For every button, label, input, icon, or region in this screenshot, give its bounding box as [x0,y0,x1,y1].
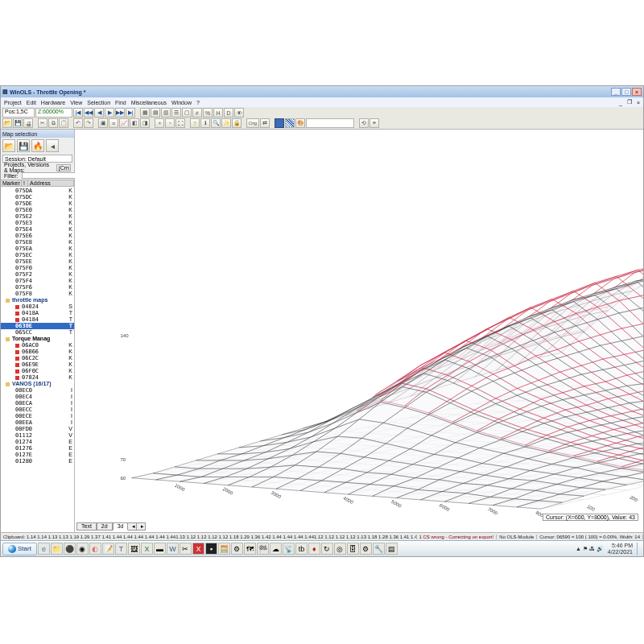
tb-wrench-icon[interactable]: 🔧 [373,543,385,555]
start-button[interactable]: Start [2,543,37,555]
tb-loop-icon[interactable]: ↻ [321,543,333,555]
tab-3d[interactable]: 3d [113,522,129,530]
paste-icon[interactable]: 📋 [59,118,68,128]
tree-item[interactable]: 00EEAI [1,419,74,426]
tb-db-icon[interactable]: 🗄 [347,543,359,555]
tree-item[interactable]: 075ECK [1,252,74,258]
tb-excel-icon[interactable]: X [141,543,153,555]
graph-icon[interactable]: 📈 [119,118,129,128]
tb-app1-icon[interactable]: ⚫ [64,543,76,555]
tab-scroll-left-icon[interactable]: ◂ [128,522,137,530]
zoom-field[interactable]: Z:60000% [35,108,72,118]
sb-expand-icon[interactable]: ◂ [46,139,59,152]
redo-icon[interactable]: ↷ [84,118,93,128]
block-pattern-icon[interactable] [285,118,295,128]
tree-item[interactable]: 04024S [1,303,74,310]
color-icon[interactable]: 🎨 [295,118,305,128]
tb-winols-icon[interactable]: ▤ [386,543,398,555]
menu-selection[interactable]: Selection [87,100,110,105]
tree-item[interactable]: 075F2K [1,271,74,278]
cube-icon[interactable]: ◧ [130,118,139,128]
print-icon[interactable]: 🖨 [23,118,33,128]
tb-red-icon[interactable]: ♦ [308,543,320,555]
tb-chrome-icon[interactable]: ◉ [76,543,89,555]
sb-save-icon[interactable]: 💾 [17,139,30,152]
menu-misc[interactable]: Miscellaneous [131,100,167,105]
tb-radar-icon[interactable]: 📡 [283,543,295,555]
tree-item[interactable]: 075F0K [1,265,74,271]
tree-item[interactable]: 06C2CK [1,355,74,361]
tree-item[interactable]: 06AC0K [1,342,74,349]
minimize-button[interactable]: _ [611,88,621,96]
tab-text[interactable]: Text [76,522,97,530]
tab-2d[interactable]: 2d [97,522,113,530]
menu-hardware[interactable]: Hardware [41,100,65,105]
tree-item[interactable]: 04184T [1,316,74,323]
tb-xapp-icon[interactable]: X [192,543,204,555]
grid-icon[interactable]: ▦ [140,108,150,118]
tb-ie-icon[interactable]: e [38,543,50,555]
show-desktop-button[interactable] [637,543,642,555]
tree-item[interactable]: 075E4K [1,226,74,233]
tree-item[interactable]: 01276E [1,445,74,452]
tray-flag-icon[interactable]: ⚑ [583,546,588,552]
tb-media-icon[interactable]: ◐ [89,543,101,555]
sync-icon[interactable]: ⟲ [359,118,369,128]
tree-group[interactable]: VANOS (16/17) [1,381,74,387]
columns-icon[interactable]: ▥ [161,108,171,118]
tb-word-icon[interactable]: W [167,543,179,555]
tb-calc-icon[interactable]: 🧮 [218,543,230,555]
clock[interactable]: 5:46 PM4/22/2021 [605,543,635,555]
menu-view[interactable]: View [70,100,82,105]
maximize-button[interactable]: □ [621,88,631,96]
lock-icon[interactable]: 🔒 [232,118,242,128]
tree-item[interactable]: 00FD0V [1,426,74,432]
nav-first-icon[interactable]: |◀ [73,108,83,118]
tree-item[interactable]: 075F4K [1,278,74,284]
link-icon[interactable]: ⚭ [369,118,379,128]
value-field[interactable] [306,118,354,128]
tray-vol-icon[interactable]: 🔊 [597,546,604,552]
tree-item[interactable]: 00ECEI [1,413,74,419]
tree-item[interactable]: 075DEK [1,200,74,207]
menu-project[interactable]: Project [4,100,22,105]
tree-item[interactable]: 0630ET [1,323,74,329]
tb-util-icon[interactable]: ⚙ [231,543,243,555]
dec-icon[interactable]: D [224,108,233,118]
undo-icon[interactable]: ↶ [73,118,83,128]
tab-scroll-right-icon[interactable]: ▸ [137,522,146,530]
tree-item[interactable]: 075DAK [1,188,74,194]
menu-find[interactable]: Find [115,100,126,105]
tree-item[interactable]: 07024K [1,374,74,381]
doc-close[interactable]: × [637,100,640,105]
hex-icon[interactable]: H [213,108,223,118]
nav-next-fast-icon[interactable]: ▶▶ [115,108,125,118]
tb-chip-icon[interactable]: ▬ [154,543,166,555]
doc-minimize[interactable]: _ [619,100,622,105]
tb-notes-icon[interactable]: 📝 [102,543,114,555]
nav-prev-icon[interactable]: ◀ [94,108,104,118]
tb-cloud-icon[interactable]: ☁ [270,543,282,555]
tree-item[interactable]: 06B66K [1,349,74,355]
nav-prev-fast-icon[interactable]: ◀◀ [84,108,93,118]
tree-group[interactable]: throttle maps [1,297,74,303]
position-field[interactable]: Pos:1,5C [2,108,35,118]
diff-icon[interactable]: ≠ [192,108,202,118]
tree-item[interactable]: 00EC0I [1,387,74,394]
tree-item[interactable]: 075E6K [1,233,74,239]
tree-item[interactable]: 00EC4I [1,394,74,400]
tree-item[interactable]: 075DCK [1,194,74,200]
map-icon[interactable]: ▣ [98,118,108,128]
sb-open-icon[interactable]: 📂 [2,139,15,152]
help-icon[interactable]: ? [190,118,200,128]
table-icon[interactable]: ▤ [151,108,160,118]
zoom-fit-icon[interactable]: ⛶ [175,118,185,128]
sb-refresh-icon[interactable]: 🔥 [31,139,44,152]
org-icon[interactable]: Org [246,118,259,128]
percent-icon[interactable]: % [203,108,213,118]
copy-icon[interactable]: ⧉ [48,118,58,128]
tray-net-icon[interactable]: 🖧 [589,546,595,551]
tree-item[interactable]: 06F0CK [1,368,74,374]
tree-item[interactable]: 075EAK [1,246,74,252]
tb-explorer-icon[interactable]: 📁 [51,543,63,555]
